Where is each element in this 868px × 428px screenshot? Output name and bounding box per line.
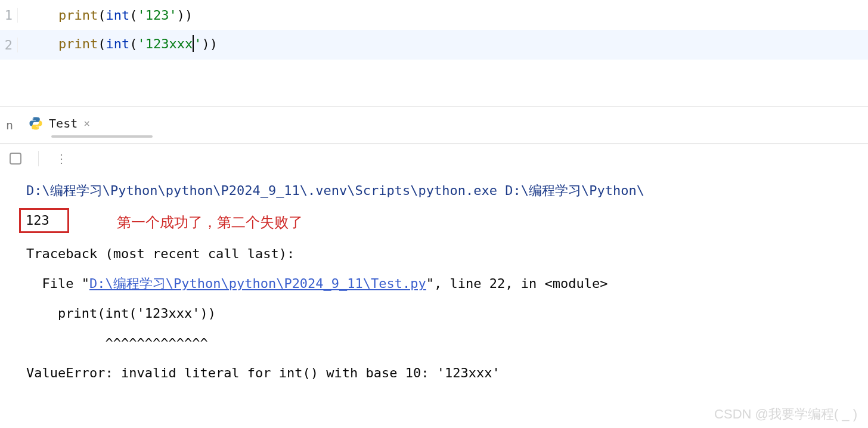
print-call: print (58, 8, 98, 23)
paren: ( (98, 8, 106, 23)
file-postfix: ", line 22, in <module> (426, 276, 608, 291)
code-content[interactable]: print(int('123')) (18, 8, 193, 23)
separator (38, 151, 39, 166)
console-toolbar: ⋮ (0, 144, 868, 172)
paren: ) (185, 8, 193, 23)
string-literal: '123' (137, 8, 176, 23)
code-line-2[interactable]: 2 print(int('123xxx')) (0, 30, 868, 60)
print-call: print (58, 36, 98, 51)
code-editor[interactable]: 1 print(int('123')) 2 print(int('123xxx'… (0, 0, 868, 106)
int-call: int (106, 8, 129, 23)
code-line-1[interactable]: 1 print(int('123')) (0, 0, 868, 30)
annotation-text: 第一个成功了，第二个失败了 (117, 207, 303, 237)
more-icon[interactable]: ⋮ (55, 151, 67, 166)
stop-button[interactable] (10, 153, 21, 165)
run-tab-bar: n Test × (0, 107, 868, 144)
result-row: 123 第一个成功了，第二个失败了 (0, 206, 868, 239)
line-number: 2 (0, 38, 18, 52)
tab-underline (51, 135, 153, 138)
paren: ( (129, 8, 137, 23)
traceback-file: File "D:\编程学习\Python\python\P2024_9_11\T… (0, 269, 868, 299)
command-line: D:\编程学习\Python\python\P2024_9_11\.venv\S… (0, 176, 868, 206)
run-label: n (6, 118, 19, 132)
code-line-blank[interactable] (0, 60, 868, 89)
paren: ) (177, 8, 185, 23)
paren: ) (202, 36, 209, 51)
tab-name: Test (49, 116, 78, 131)
traceback-source: print(int('123xxx')) (0, 299, 868, 328)
close-icon[interactable]: × (83, 117, 90, 129)
line-number: 1 (0, 8, 18, 23)
paren: ( (98, 36, 106, 51)
int-call: int (106, 36, 129, 51)
paren: ( (129, 36, 137, 51)
traceback-header: Traceback (most recent call last): (0, 239, 868, 269)
traceback-carets: ^^^^^^^^^^^^^ (0, 328, 868, 358)
highlighted-output: 123 (19, 208, 69, 233)
watermark: CSDN @我要学编程( _ ) (714, 405, 857, 423)
console-output[interactable]: D:\编程学习\Python\python\P2024_9_11\.venv\S… (0, 172, 868, 388)
file-link[interactable]: D:\编程学习\Python\python\P2024_9_11\Test.py (89, 276, 426, 291)
python-icon (29, 116, 43, 131)
code-content[interactable]: print(int('123xxx')) (18, 35, 218, 54)
error-line: ValueError: invalid literal for int() wi… (0, 358, 868, 388)
paren: ) (210, 36, 218, 51)
string-literal: '123xxx (137, 36, 193, 51)
file-prefix: File " (26, 276, 89, 291)
string-literal: ' (194, 36, 202, 51)
tab-test[interactable]: Test × (24, 113, 153, 134)
